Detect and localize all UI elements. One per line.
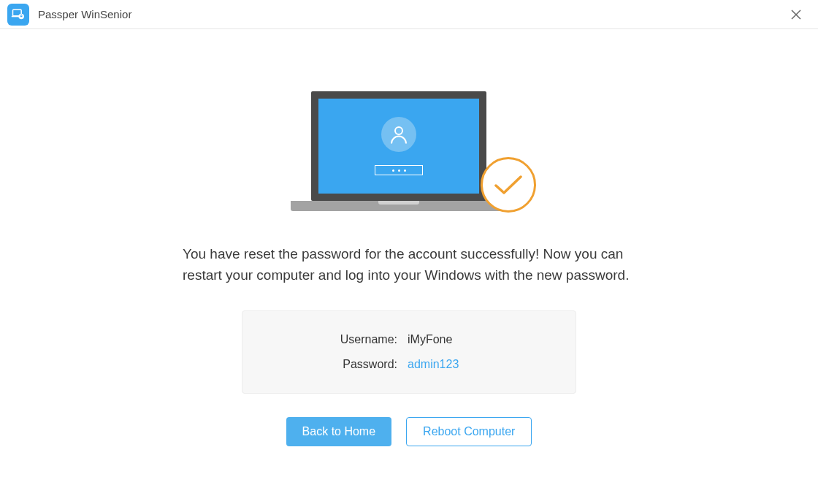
close-button[interactable] <box>787 6 805 23</box>
app-logo-icon <box>7 4 29 26</box>
username-label: Username: <box>242 333 408 346</box>
close-icon <box>791 9 801 20</box>
laptop-icon <box>311 91 507 211</box>
user-avatar-icon <box>381 117 416 152</box>
svg-rect-3 <box>20 15 23 17</box>
button-row: Back to Home Reboot Computer <box>286 417 532 446</box>
svg-point-6 <box>395 127 402 134</box>
password-dots-icon <box>375 165 423 175</box>
success-message: You have reset the password for the acco… <box>183 244 635 286</box>
titlebar: Passper WinSenior <box>0 0 818 29</box>
back-to-home-button[interactable]: Back to Home <box>286 417 391 446</box>
password-value: admin123 <box>408 358 459 371</box>
credentials-box: Username: iMyFone Password: admin123 <box>242 310 576 394</box>
username-row: Username: iMyFone <box>242 327 576 352</box>
app-title: Passper WinSenior <box>38 8 131 20</box>
username-value: iMyFone <box>408 333 452 346</box>
password-label: Password: <box>242 358 408 371</box>
main-content: You have reset the password for the acco… <box>0 29 818 446</box>
success-illustration <box>311 91 507 211</box>
password-row: Password: admin123 <box>242 352 576 377</box>
reboot-computer-button[interactable]: Reboot Computer <box>406 417 532 446</box>
success-checkmark-icon <box>481 157 536 213</box>
